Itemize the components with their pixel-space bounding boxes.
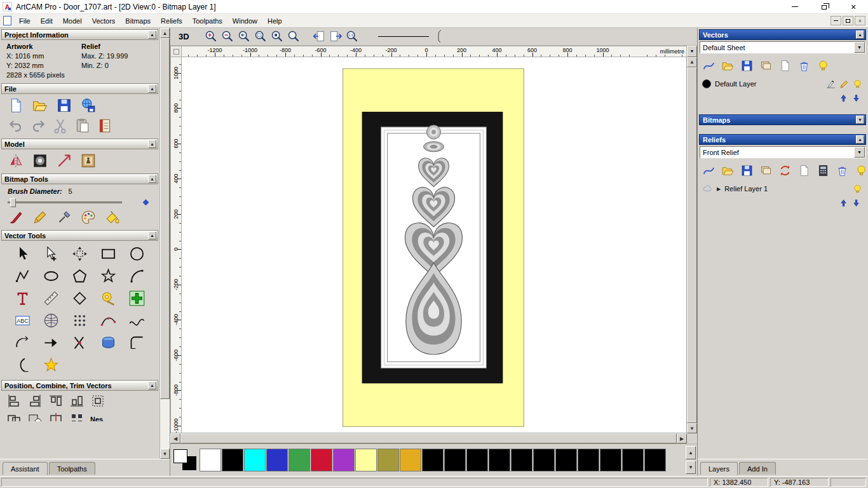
palette-swatch-6[interactable] — [333, 449, 355, 471]
down-blue-icon[interactable] — [851, 198, 861, 208]
mdi-close-button[interactable]: × — [855, 16, 865, 25]
palette-swatch-1[interactable] — [222, 449, 243, 471]
paste-icon[interactable] — [74, 118, 91, 134]
lightbulb-icon[interactable] — [852, 79, 863, 90]
fillet-tool-icon[interactable] — [128, 334, 146, 351]
pick-colour-icon[interactable] — [56, 209, 72, 226]
scroll-right-icon[interactable]: ▶ — [677, 433, 687, 444]
up-blue-icon[interactable] — [839, 93, 848, 103]
measure-tool-icon[interactable] — [43, 290, 60, 307]
expand-layer-icon[interactable]: ▶ — [717, 186, 721, 192]
align-left-icon[interactable] — [6, 393, 22, 409]
menu-model[interactable]: Model — [58, 15, 87, 27]
menu-window[interactable]: Window — [227, 15, 262, 27]
tab-layers[interactable]: Layers — [700, 462, 738, 475]
palette-swatch-5[interactable] — [311, 449, 332, 471]
new-model-icon[interactable] — [8, 97, 24, 114]
scroll-down-icon[interactable]: ▼ — [160, 449, 170, 459]
draw-colour-icon[interactable] — [32, 209, 48, 226]
minimize-button[interactable] — [780, 0, 810, 13]
zoom-window-icon[interactable] — [254, 29, 268, 43]
align-top-icon[interactable] — [48, 393, 64, 409]
palette-swatch-13[interactable] — [489, 449, 510, 471]
select-vector-icon[interactable] — [14, 245, 31, 262]
tape-tool-icon[interactable] — [100, 290, 117, 307]
layer-name[interactable]: Default Layer — [715, 80, 756, 88]
zoom-last-icon[interactable] — [237, 29, 251, 43]
scroll-up-icon[interactable]: ▲ — [160, 28, 170, 38]
scroll-thumb[interactable] — [160, 38, 170, 399]
open-model-icon[interactable] — [721, 164, 735, 177]
chevron-down-icon[interactable]: ▼ — [854, 42, 865, 53]
menu-edit[interactable]: Edit — [36, 15, 58, 27]
palette-swatch-8[interactable] — [377, 449, 399, 471]
brush-diameter-slider[interactable] — [8, 201, 122, 203]
palette-swatch-18[interactable] — [600, 449, 621, 471]
lightbulb-icon[interactable] — [852, 184, 863, 194]
close-button[interactable]: × — [839, 0, 868, 13]
primary-colour-swatch[interactable] — [173, 449, 187, 463]
pen-line-icon[interactable] — [825, 79, 836, 90]
palette-swatch-7[interactable] — [355, 449, 377, 471]
mesh-tool-icon[interactable] — [43, 312, 60, 329]
smooth-tool-icon[interactable] — [128, 312, 146, 329]
save-model-icon[interactable] — [740, 59, 754, 72]
save-model-icon[interactable] — [740, 164, 754, 177]
arc-tool-icon[interactable] — [128, 268, 146, 285]
mdi-minimize-button[interactable] — [831, 16, 841, 25]
reliefs-header[interactable]: Reliefs ▲ — [699, 134, 866, 145]
collapse-vectors-button[interactable]: ▲ — [856, 30, 864, 39]
load-image-icon[interactable] — [80, 152, 97, 169]
palette-swatch-15[interactable] — [533, 449, 555, 471]
zoom-in-icon[interactable] — [204, 29, 218, 43]
expand-bitmaps-button[interactable]: ▼ — [856, 116, 864, 124]
palette-icon[interactable] — [80, 209, 97, 226]
abc-tool-icon[interactable]: ABC — [14, 312, 31, 329]
open-model-icon[interactable] — [32, 97, 48, 114]
menu-reliefs[interactable]: Reliefs — [156, 15, 187, 27]
tab-toolpaths[interactable]: Toolpaths — [49, 462, 95, 475]
align-bottom-icon[interactable] — [69, 393, 85, 409]
relief-layer-row[interactable]: ▶ Relief Layer 1 — [699, 180, 866, 197]
mdi-restore-button[interactable] — [843, 16, 853, 25]
collapse-section-button[interactable]: ▲ — [148, 175, 156, 183]
collapse-reliefs-button[interactable]: ▲ — [856, 135, 864, 144]
scroll-up-icon[interactable]: ▲ — [686, 446, 696, 459]
weld-tool-icon[interactable] — [6, 412, 22, 421]
zoom-objects-icon[interactable] — [270, 29, 284, 43]
extrude-tool-icon[interactable] — [100, 334, 117, 351]
sheet-page-icon[interactable] — [797, 164, 811, 177]
polyline-tool-icon[interactable] — [14, 268, 31, 285]
ruler-options-button[interactable]: ▼ — [687, 46, 697, 57]
palette-swatch-3[interactable] — [266, 449, 288, 471]
collapse-section-button[interactable]: ▲ — [148, 85, 156, 93]
align-centre-icon[interactable] — [90, 393, 105, 409]
tab-assistant[interactable]: Assistant — [3, 462, 48, 475]
trim-tool-icon[interactable] — [71, 334, 88, 351]
scroll-left-icon[interactable]: ◀ — [170, 433, 180, 444]
mirror-model-icon[interactable] — [8, 152, 24, 169]
palette-swatch-2[interactable] — [244, 449, 266, 471]
canvas-horizontal-scrollbar[interactable]: ◀ ▶ — [170, 433, 697, 444]
collapse-section-button[interactable]: ▲ — [148, 140, 156, 148]
vector-layer-row[interactable]: Default Layer — [699, 76, 866, 92]
vectors-header[interactable]: Vectors ▲ — [699, 29, 866, 40]
arc-fit-tool-icon[interactable] — [14, 334, 31, 351]
line-width-preview[interactable] — [378, 36, 429, 37]
collapse-section-button[interactable]: ▲ — [148, 381, 156, 390]
trash-icon[interactable] — [797, 59, 811, 72]
menu-bitmaps[interactable]: Bitmaps — [120, 15, 156, 27]
scroll-thumb[interactable] — [180, 433, 677, 444]
invert-model-icon[interactable] — [32, 152, 48, 169]
palette-swatch-14[interactable] — [511, 449, 532, 471]
left-panel-scrollbar[interactable]: ▲ ▼ — [159, 28, 170, 459]
recalc-icon[interactable] — [778, 164, 792, 177]
blue-curve-icon[interactable] — [702, 164, 715, 177]
menu-help[interactable]: Help — [262, 15, 287, 27]
cut-icon[interactable] — [52, 118, 69, 134]
pencil-icon[interactable] — [839, 79, 850, 90]
undo-icon[interactable] — [8, 118, 24, 134]
scroll-thumb[interactable] — [687, 67, 697, 423]
transform-vector-icon[interactable] — [71, 245, 88, 262]
circle-tool-icon[interactable] — [128, 245, 146, 262]
